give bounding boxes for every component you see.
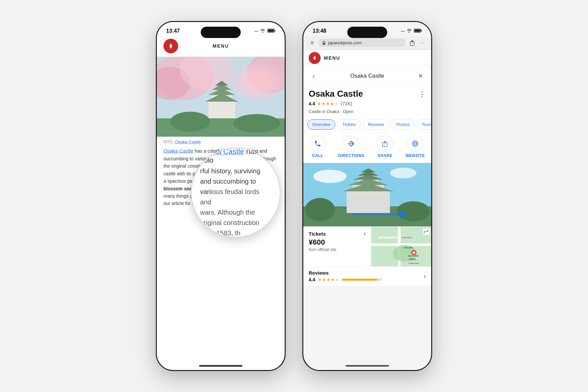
tickets-price: ¥600 <box>309 238 366 247</box>
breadcrumb-link[interactable]: Osaka Castle <box>175 139 201 144</box>
wifi-icon-1 <box>260 29 265 34</box>
reviews-left: Reviews 4.4 ★★★★★ <box>309 270 382 282</box>
call-label: CALL <box>312 153 323 158</box>
share-browser-btn[interactable] <box>409 39 416 47</box>
website-label: WEBSITE <box>406 153 425 158</box>
action-call[interactable]: CALL <box>310 136 326 158</box>
tickets-title: Tickets › <box>309 231 366 237</box>
reviews-chevron: › <box>424 272 426 280</box>
action-share[interactable]: SHARE <box>377 136 393 158</box>
maps-back-btn[interactable]: ‹ <box>309 71 319 81</box>
call-circle <box>310 136 326 152</box>
rating-count: (71K) <box>341 101 352 106</box>
svg-point-37 <box>305 198 335 221</box>
svg-point-35 <box>390 168 417 178</box>
battery-icon-2 <box>414 29 422 34</box>
maps-actions: CALL DIRECTIONS <box>303 133 431 163</box>
magnifier: Osaka Castle has a colo rful history, su… <box>191 148 281 238</box>
app-header-2: MENU <box>303 50 431 66</box>
reviews-section[interactable]: Reviews 4.4 ★★★★★ › <box>303 266 431 286</box>
tab-tours[interactable]: Tours <box>417 119 432 130</box>
svg-rect-22 <box>421 30 422 31</box>
action-directions[interactable]: DIRECTIONS <box>338 136 365 158</box>
phones-row: 13:47 ··· <box>156 21 432 371</box>
status-icons-2: ··· <box>401 29 422 34</box>
share-circle <box>377 136 393 152</box>
tickets-section[interactable]: Tickets › ¥600 from official site <box>303 226 371 266</box>
svg-text:Castle Park: Castle Park <box>409 262 419 264</box>
breadcrumb-1: NTO, Osaka Castle <box>157 137 285 146</box>
dynamic-island-1 <box>201 27 241 38</box>
rating-number: 4.4 <box>309 101 315 106</box>
wifi-icon-2 <box>407 29 412 34</box>
lock-icon <box>322 41 326 45</box>
map-thumbnail[interactable]: Geihinkan の食堂賓館 ska Castle 大阪城 Castle Pa… <box>371 226 431 266</box>
browser-bar: ✕ japanobjects.com <box>303 36 431 50</box>
breadcrumb-prefix: NTO, <box>163 139 175 144</box>
app-header-1: MENU <box>157 36 285 57</box>
time-2: 13:48 <box>313 28 326 34</box>
maps-more-options[interactable]: ⋮ <box>419 90 426 99</box>
reviews-title: Reviews <box>309 270 382 276</box>
app-logo-2 <box>309 52 321 64</box>
svg-point-8 <box>247 57 285 93</box>
svg-point-34 <box>313 170 347 183</box>
time-1: 13:47 <box>166 28 180 34</box>
url-bar[interactable]: japanobjects.com <box>319 39 405 47</box>
magnifier-content: Osaka Castle has a colo rful history, su… <box>192 149 280 237</box>
directions-circle <box>343 136 359 152</box>
menu-label-2: MENU <box>324 55 340 61</box>
maps-type-row: Castle in Osaka · Open <box>303 108 431 117</box>
reviews-rating-number: 4.4 <box>309 277 315 282</box>
reviews-stars: ★★★★★ <box>318 277 339 282</box>
svg-text:の食堂賓館: の食堂賓館 <box>403 246 413 249</box>
maps-place-info: Osaka Castle ⋮ <box>303 85 431 100</box>
maps-place-name: Osaka Castle <box>303 85 431 100</box>
action-website[interactable]: WEBSITE <box>406 136 425 158</box>
maps-rating-row: 4.4 ★★★★★ (71K) <box>303 100 431 108</box>
maps-panel-header: ‹ Osaka Castle ✕ <box>303 66 431 85</box>
dots-icon-2: ··· <box>401 29 405 34</box>
battery-icon-1 <box>267 29 275 34</box>
article-title-link[interactable]: Osaka Castle <box>163 148 193 154</box>
svg-rect-2 <box>268 29 274 32</box>
menu-label-1: MENU <box>212 43 229 49</box>
more-browser-btn[interactable]: ··· <box>419 39 426 47</box>
tab-photos[interactable]: Photos <box>391 119 415 130</box>
phone2-wrapper: 13:48 ··· <box>302 21 432 371</box>
svg-rect-23 <box>415 29 421 32</box>
browser-actions: ··· <box>409 39 426 47</box>
svg-rect-24 <box>323 43 325 45</box>
svg-rect-60 <box>423 228 430 235</box>
magnifier-text: rful history, survivingand succumbing to… <box>200 166 271 238</box>
rating-fill <box>342 279 377 281</box>
svg-text:大阪城: 大阪城 <box>409 258 416 260</box>
share-label: SHARE <box>378 153 393 158</box>
place-type: Castle in Osaka <box>309 109 339 114</box>
tab-reviews[interactable]: Reviews <box>363 119 389 130</box>
tab-overview[interactable]: Overview <box>307 119 335 130</box>
app-logo-1 <box>163 39 178 53</box>
dot: · <box>340 109 342 114</box>
svg-point-26 <box>314 57 316 59</box>
svg-rect-1 <box>275 30 276 31</box>
status-icons-1: ··· <box>254 29 275 34</box>
dots-icon-1: ··· <box>254 29 258 34</box>
rating-bar <box>342 279 382 281</box>
directions-label: DIRECTIONS <box>338 153 365 158</box>
maps-tabs: Overview Tickets Reviews Photos Tours <box>303 117 431 133</box>
tickets-sub: from official site <box>309 247 366 252</box>
svg-point-3 <box>170 45 172 47</box>
arrow-container <box>352 208 412 222</box>
reviews-rating: 4.4 ★★★★★ <box>309 277 382 282</box>
website-circle <box>407 136 423 152</box>
tickets-chevron: › <box>364 231 366 237</box>
phone1-wrapper: 13:47 ··· <box>156 21 286 371</box>
maps-close-btn[interactable]: ✕ <box>416 71 426 81</box>
tab-tickets[interactable]: Tickets <box>337 119 361 130</box>
url-text: japanobjects.com <box>328 40 362 45</box>
magnifier-link[interactable]: Osaka Castle <box>200 148 244 156</box>
browser-close-btn[interactable]: ✕ <box>309 40 315 46</box>
svg-point-59 <box>413 251 415 254</box>
maps-bottom-row: Tickets › ¥600 from official site <box>303 226 431 266</box>
